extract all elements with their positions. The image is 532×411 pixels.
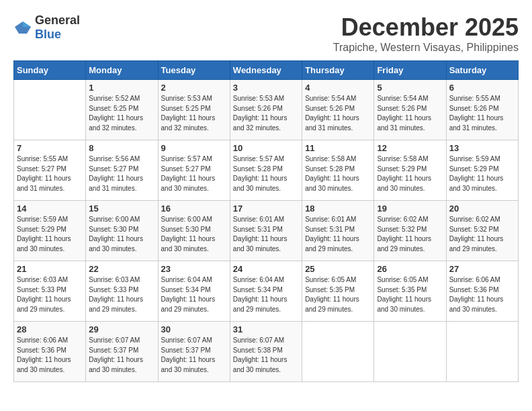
week-row-5: 28Sunrise: 6:06 AMSunset: 5:36 PMDayligh… (14, 322, 519, 382)
day-cell: 13Sunrise: 5:59 AMSunset: 5:29 PMDayligh… (446, 140, 518, 201)
day-cell: 10Sunrise: 5:57 AMSunset: 5:28 PMDayligh… (230, 140, 302, 201)
day-info: Sunrise: 5:56 AMSunset: 5:27 PMDaylight:… (89, 155, 143, 192)
day-number: 3 (233, 83, 299, 93)
day-info: Sunrise: 6:04 AMSunset: 5:34 PMDaylight:… (161, 276, 216, 313)
day-number: 6 (449, 83, 515, 93)
day-cell: 7Sunrise: 5:55 AMSunset: 5:27 PMDaylight… (14, 140, 86, 201)
location-title: Trapiche, Western Visayas, Philippines (333, 42, 519, 54)
day-number: 20 (449, 203, 515, 214)
month-title: December 2025 (333, 13, 519, 42)
day-cell: 31Sunrise: 6:07 AMSunset: 5:38 PMDayligh… (230, 322, 302, 382)
day-cell: 23Sunrise: 6:04 AMSunset: 5:34 PMDayligh… (158, 261, 230, 322)
day-number: 28 (17, 324, 83, 334)
day-info: Sunrise: 6:06 AMSunset: 5:36 PMDaylight:… (17, 336, 71, 373)
header-friday: Friday (374, 61, 446, 80)
day-info: Sunrise: 5:53 AMSunset: 5:25 PMDaylight:… (161, 95, 216, 132)
day-cell (374, 322, 446, 382)
day-number: 29 (89, 324, 154, 334)
day-info: Sunrise: 6:01 AMSunset: 5:31 PMDaylight:… (233, 216, 287, 253)
day-cell: 28Sunrise: 6:06 AMSunset: 5:36 PMDayligh… (14, 322, 86, 382)
day-cell: 2Sunrise: 5:53 AMSunset: 5:25 PMDaylight… (158, 80, 230, 140)
day-info: Sunrise: 5:54 AMSunset: 5:26 PMDaylight:… (305, 95, 359, 132)
day-cell: 15Sunrise: 6:00 AMSunset: 5:30 PMDayligh… (86, 201, 158, 261)
day-info: Sunrise: 6:01 AMSunset: 5:31 PMDaylight:… (305, 216, 359, 253)
day-cell: 8Sunrise: 5:56 AMSunset: 5:27 PMDaylight… (86, 140, 158, 201)
header-wednesday: Wednesday (230, 61, 302, 80)
day-info: Sunrise: 5:58 AMSunset: 5:28 PMDaylight:… (305, 155, 359, 192)
day-cell: 6Sunrise: 5:55 AMSunset: 5:26 PMDaylight… (446, 80, 518, 140)
day-number: 8 (89, 143, 154, 153)
day-number: 13 (449, 143, 515, 153)
day-info: Sunrise: 5:59 AMSunset: 5:29 PMDaylight:… (17, 216, 71, 253)
day-info: Sunrise: 6:00 AMSunset: 5:30 PMDaylight:… (161, 216, 216, 253)
day-number: 11 (305, 143, 371, 153)
day-cell: 26Sunrise: 6:05 AMSunset: 5:35 PMDayligh… (374, 261, 446, 322)
day-cell: 24Sunrise: 6:04 AMSunset: 5:34 PMDayligh… (230, 261, 302, 322)
day-number: 18 (305, 203, 371, 214)
day-cell: 27Sunrise: 6:06 AMSunset: 5:36 PMDayligh… (446, 261, 518, 322)
day-cell: 18Sunrise: 6:01 AMSunset: 5:31 PMDayligh… (302, 201, 374, 261)
calendar-body: 1Sunrise: 5:52 AMSunset: 5:25 PMDaylight… (14, 80, 519, 382)
logo: General Blue (13, 13, 80, 42)
day-number: 19 (377, 203, 443, 214)
day-info: Sunrise: 6:03 AMSunset: 5:33 PMDaylight:… (17, 276, 71, 313)
week-row-4: 21Sunrise: 6:03 AMSunset: 5:33 PMDayligh… (14, 261, 519, 322)
calendar-table: SundayMondayTuesdayWednesdayThursdayFrid… (13, 60, 519, 382)
day-info: Sunrise: 5:57 AMSunset: 5:27 PMDaylight:… (161, 155, 216, 192)
day-info: Sunrise: 5:59 AMSunset: 5:29 PMDaylight:… (449, 155, 504, 192)
day-info: Sunrise: 6:00 AMSunset: 5:30 PMDaylight:… (89, 216, 143, 253)
day-cell: 5Sunrise: 5:54 AMSunset: 5:26 PMDaylight… (374, 80, 446, 140)
day-number: 17 (233, 203, 299, 214)
logo-blue: Blue (35, 28, 61, 41)
week-row-3: 14Sunrise: 5:59 AMSunset: 5:29 PMDayligh… (14, 201, 519, 261)
svg-marker-1 (23, 21, 31, 27)
day-number: 31 (233, 324, 299, 334)
week-row-1: 1Sunrise: 5:52 AMSunset: 5:25 PMDaylight… (14, 80, 519, 140)
day-cell: 30Sunrise: 6:07 AMSunset: 5:37 PMDayligh… (158, 322, 230, 382)
logo-icon (13, 20, 32, 35)
day-number: 23 (161, 264, 227, 274)
day-cell: 1Sunrise: 5:52 AMSunset: 5:25 PMDaylight… (86, 80, 158, 140)
day-cell (14, 80, 86, 140)
day-cell: 29Sunrise: 6:07 AMSunset: 5:37 PMDayligh… (86, 322, 158, 382)
day-info: Sunrise: 5:53 AMSunset: 5:26 PMDaylight:… (233, 95, 287, 132)
day-number: 5 (377, 83, 443, 93)
day-info: Sunrise: 5:54 AMSunset: 5:26 PMDaylight:… (377, 95, 431, 132)
day-number: 15 (89, 203, 154, 214)
day-info: Sunrise: 6:02 AMSunset: 5:32 PMDaylight:… (377, 216, 431, 253)
day-info: Sunrise: 6:07 AMSunset: 5:37 PMDaylight:… (89, 336, 143, 373)
day-number: 22 (89, 264, 154, 274)
day-cell: 12Sunrise: 5:58 AMSunset: 5:29 PMDayligh… (374, 140, 446, 201)
day-number: 21 (17, 264, 83, 274)
header-saturday: Saturday (446, 61, 518, 80)
day-cell: 3Sunrise: 5:53 AMSunset: 5:26 PMDaylight… (230, 80, 302, 140)
day-number: 30 (161, 324, 227, 334)
header-monday: Monday (86, 61, 158, 80)
day-cell: 17Sunrise: 6:01 AMSunset: 5:31 PMDayligh… (230, 201, 302, 261)
header-thursday: Thursday (302, 61, 374, 80)
day-cell (446, 322, 518, 382)
day-cell: 25Sunrise: 6:05 AMSunset: 5:35 PMDayligh… (302, 261, 374, 322)
day-info: Sunrise: 6:02 AMSunset: 5:32 PMDaylight:… (449, 216, 504, 253)
day-info: Sunrise: 6:07 AMSunset: 5:38 PMDaylight:… (233, 336, 287, 373)
header-sunday: Sunday (14, 61, 86, 80)
day-cell: 9Sunrise: 5:57 AMSunset: 5:27 PMDaylight… (158, 140, 230, 201)
day-number: 10 (233, 143, 299, 153)
day-number: 7 (17, 143, 83, 153)
day-info: Sunrise: 6:03 AMSunset: 5:33 PMDaylight:… (89, 276, 143, 313)
day-info: Sunrise: 6:05 AMSunset: 5:35 PMDaylight:… (305, 276, 359, 313)
week-row-2: 7Sunrise: 5:55 AMSunset: 5:27 PMDaylight… (14, 140, 519, 201)
day-info: Sunrise: 5:58 AMSunset: 5:29 PMDaylight:… (377, 155, 431, 192)
header-tuesday: Tuesday (158, 61, 230, 80)
title-area: December 2025 Trapiche, Western Visayas,… (333, 13, 519, 54)
day-number: 1 (89, 83, 154, 93)
day-number: 12 (377, 143, 443, 153)
day-cell: 20Sunrise: 6:02 AMSunset: 5:32 PMDayligh… (446, 201, 518, 261)
day-number: 27 (449, 264, 515, 274)
day-cell: 19Sunrise: 6:02 AMSunset: 5:32 PMDayligh… (374, 201, 446, 261)
day-cell: 16Sunrise: 6:00 AMSunset: 5:30 PMDayligh… (158, 201, 230, 261)
day-cell: 14Sunrise: 5:59 AMSunset: 5:29 PMDayligh… (14, 201, 86, 261)
day-cell: 21Sunrise: 6:03 AMSunset: 5:33 PMDayligh… (14, 261, 86, 322)
page-header: General Blue December 2025 Trapiche, Wes… (13, 13, 519, 54)
day-number: 26 (377, 264, 443, 274)
